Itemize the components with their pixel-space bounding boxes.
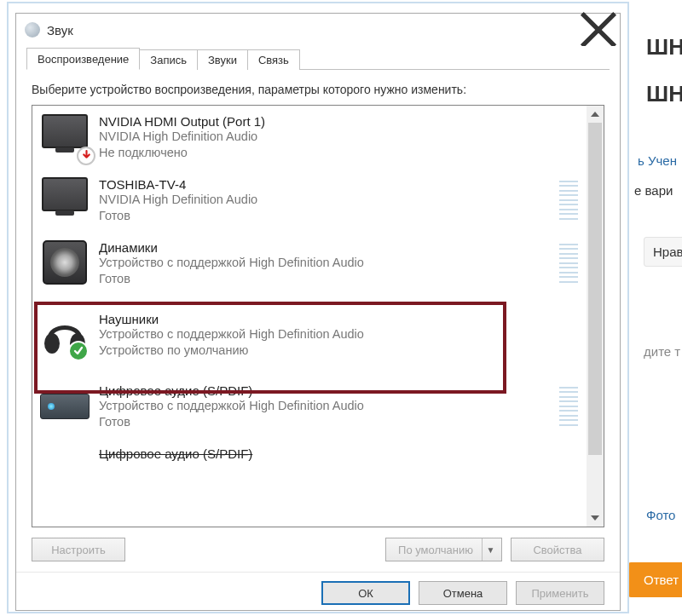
monitor-icon bbox=[38, 176, 92, 225]
apply-button[interactable]: Применить bbox=[516, 581, 604, 605]
svg-point-0 bbox=[44, 333, 60, 354]
photo-link[interactable]: Фото bbox=[646, 508, 675, 522]
device-name: Динамики bbox=[99, 240, 559, 255]
device-item[interactable]: Наушники Устройство с поддержкой High De… bbox=[32, 295, 587, 375]
tab-comm[interactable]: Связь bbox=[247, 49, 300, 70]
dialog-title: Звук bbox=[47, 23, 579, 37]
dialog-titlebar[interactable]: Звук bbox=[16, 14, 620, 46]
ok-button[interactable]: ОК bbox=[321, 581, 410, 605]
device-driver: NVIDIA High Definition Audio bbox=[99, 192, 559, 208]
device-item[interactable]: Цифровое аудио (S/PDIF) Устройство с под… bbox=[32, 375, 587, 438]
default-check-icon bbox=[68, 341, 89, 361]
device-driver: Устройство с поддержкой High Definition … bbox=[99, 326, 578, 343]
tab-record[interactable]: Запись bbox=[139, 49, 198, 70]
like-button[interactable]: Нравит bbox=[644, 237, 682, 267]
cancel-button[interactable]: Отмена bbox=[419, 581, 507, 605]
spdif-icon bbox=[38, 445, 92, 494]
scrollbar[interactable] bbox=[587, 106, 604, 527]
bg-link-text[interactable]: ь Учен bbox=[638, 153, 677, 168]
device-status: Готов bbox=[99, 271, 559, 287]
chevron-down-icon bbox=[591, 515, 599, 521]
device-name: Цифровое аудио (S/PDIF) bbox=[99, 383, 559, 398]
tab-content: Выберите устройство воспроизведения, пар… bbox=[16, 70, 620, 572]
close-icon bbox=[579, 10, 618, 49]
scroll-thumb[interactable] bbox=[588, 123, 602, 456]
device-status: Не подключено bbox=[99, 145, 578, 161]
sound-dialog: Звук Воспроизведение Запись Звуки Связь … bbox=[15, 13, 621, 611]
disconnected-badge-icon bbox=[77, 147, 95, 165]
level-meter-icon bbox=[559, 242, 578, 286]
set-default-button[interactable]: По умолчанию ▼ bbox=[385, 538, 502, 561]
device-listbox[interactable]: NVIDIA HDMI Output (Port 1) NVIDIA High … bbox=[32, 105, 604, 527]
answer-button[interactable]: Ответ bbox=[628, 562, 682, 597]
dialog-buttons-row: ОК Отмена Применить bbox=[16, 572, 620, 610]
scroll-track[interactable] bbox=[587, 123, 604, 509]
device-actions-row: Настроить По умолчанию ▼ Свойства bbox=[32, 527, 604, 561]
device-driver: Устройство с поддержкой High Definition … bbox=[99, 398, 559, 414]
bg-heading: ШНІ bbox=[646, 34, 682, 60]
device-driver: Устройство с поддержкой High Definition … bbox=[99, 255, 559, 271]
tab-sounds[interactable]: Звуки bbox=[197, 49, 248, 70]
tabs-row: Воспроизведение Запись Звуки Связь bbox=[16, 46, 620, 70]
device-name: NVIDIA HDMI Output (Port 1) bbox=[99, 114, 578, 129]
level-meter-icon bbox=[559, 385, 578, 429]
device-item[interactable]: TOSHIBA-TV-4 NVIDIA High Definition Audi… bbox=[32, 169, 587, 232]
device-status: Готов bbox=[99, 414, 559, 430]
level-meter-icon bbox=[559, 179, 578, 223]
instruction-text: Выберите устройство воспроизведения, пар… bbox=[32, 82, 492, 98]
device-item[interactable]: Динамики Устройство с поддержкой High De… bbox=[32, 232, 587, 295]
device-status: Готов bbox=[99, 208, 559, 224]
device-name: Наушники bbox=[99, 312, 578, 326]
device-driver: NVIDIA High Definition Audio bbox=[99, 129, 578, 145]
set-default-label: По умолчанию bbox=[398, 544, 473, 556]
scroll-up-button[interactable] bbox=[587, 106, 604, 123]
bg-placeholder[interactable]: дите т bbox=[644, 344, 680, 359]
device-name: Цифровое аудио (S/PDIF) bbox=[99, 446, 578, 461]
properties-button[interactable]: Свойства bbox=[511, 538, 604, 561]
chevron-down-icon[interactable]: ▼ bbox=[482, 538, 499, 561]
device-item[interactable]: NVIDIA HDMI Output (Port 1) NVIDIA High … bbox=[32, 106, 587, 169]
tab-playback[interactable]: Воспроизведение bbox=[26, 48, 140, 70]
device-name: TOSHIBA-TV-4 bbox=[99, 177, 559, 192]
bg-heading-2: ШНІ bbox=[646, 81, 682, 107]
speaker-icon bbox=[38, 239, 92, 288]
chevron-up-icon bbox=[591, 112, 599, 117]
monitor-icon bbox=[38, 112, 92, 162]
scroll-down-button[interactable] bbox=[587, 509, 604, 527]
close-button[interactable] bbox=[579, 16, 618, 43]
bg-text: е вари bbox=[634, 183, 673, 198]
device-item[interactable]: Цифровое аудио (S/PDIF) bbox=[32, 438, 587, 501]
sound-icon bbox=[25, 22, 40, 37]
configure-button[interactable]: Настроить bbox=[32, 538, 125, 561]
spdif-icon bbox=[38, 382, 92, 431]
headphones-icon bbox=[38, 310, 92, 360]
device-status: Устройство по умолчанию bbox=[99, 343, 578, 359]
